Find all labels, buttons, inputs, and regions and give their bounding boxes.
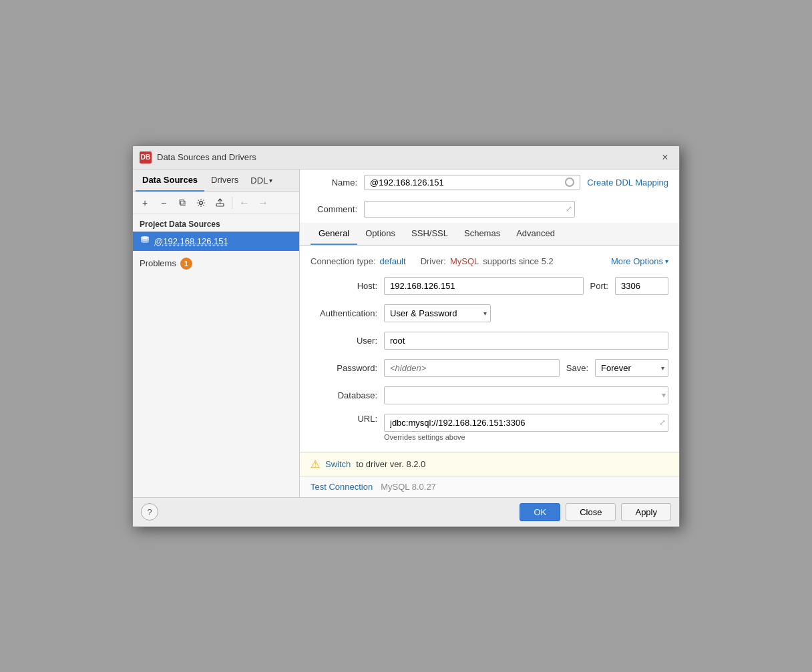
tab-options[interactable]: Options: [357, 223, 403, 245]
port-field[interactable]: [615, 277, 668, 295]
svg-point-0: [200, 201, 203, 204]
comment-row: Comment: ⤢: [300, 196, 679, 223]
url-hint: Overrides settings above: [384, 433, 668, 441]
host-field[interactable]: [384, 277, 584, 295]
form-area: Connection type: default Driver: MySQL s…: [300, 246, 679, 452]
expand-icon[interactable]: ⤢: [566, 204, 572, 214]
driver-name[interactable]: MySQL: [450, 256, 479, 266]
database-input-wrap: ▾: [384, 386, 668, 404]
url-expand-icon[interactable]: ⤢: [659, 418, 666, 427]
right-panel: Name: Create DDL Mapping Comment: ⤢ Gene…: [300, 170, 679, 497]
comment-input-wrap: ⤢: [364, 201, 575, 218]
port-label: Port:: [590, 281, 608, 291]
dialog-footer: ? OK Close Apply: [133, 497, 679, 527]
conn-type-value[interactable]: default: [380, 256, 406, 266]
database-row: Database: ▾: [311, 386, 668, 404]
name-row: Name: Create DDL Mapping: [300, 170, 679, 196]
password-row: Password: Save: Forever Until restart Ne…: [311, 359, 668, 377]
window-title: Data Sources and Drivers: [157, 152, 256, 162]
dialog-body: Data Sources Drivers DDL ▾ + − ⧉: [133, 170, 679, 497]
datasource-name: @192.168.126.151: [154, 236, 228, 246]
ok-button[interactable]: OK: [520, 503, 560, 521]
conn-type-label: Connection type:: [311, 256, 376, 266]
data-sources-dialog: DB Data Sources and Drivers × Data Sourc…: [132, 145, 680, 527]
settings-button[interactable]: [193, 195, 209, 211]
tab-data-sources[interactable]: Data Sources: [136, 170, 204, 192]
tab-sshssl[interactable]: SSH/SSL: [403, 223, 456, 245]
auth-select[interactable]: User & Password No auth LDAP Kerberos: [384, 304, 491, 322]
url-label: URL:: [311, 414, 377, 424]
problems-label: Problems: [140, 258, 176, 268]
toolbar-separator: [232, 197, 232, 209]
copy-button[interactable]: ⧉: [174, 195, 190, 211]
datasource-item[interactable]: @192.168.126.151: [133, 232, 299, 251]
password-label: Password:: [311, 363, 377, 373]
title-bar: DB Data Sources and Drivers ×: [133, 146, 679, 170]
left-panel: Data Sources Drivers DDL ▾ + − ⧉: [133, 170, 300, 497]
driver-label: Driver:: [421, 256, 446, 266]
tab-general[interactable]: General: [311, 223, 357, 245]
add-button[interactable]: +: [137, 195, 153, 211]
driver-since: supports since 5.2: [483, 256, 554, 266]
url-row: URL: ⤢ Overrides settings above: [311, 414, 668, 441]
export-button[interactable]: [212, 195, 228, 211]
left-tabs: Data Sources Drivers DDL ▾: [133, 170, 299, 192]
problems-badge: 1: [180, 258, 192, 270]
database-expand-icon[interactable]: ▾: [662, 390, 666, 400]
more-options-link[interactable]: More Options ▾: [611, 256, 668, 266]
database-field[interactable]: [384, 386, 668, 404]
tab-schemas[interactable]: Schemas: [456, 223, 508, 245]
main-tabs: General Options SSH/SSL Schemas Advanced: [300, 223, 679, 246]
back-button[interactable]: ←: [236, 195, 252, 211]
auth-select-wrap: User & Password No auth LDAP Kerberos ▾: [384, 304, 491, 322]
banner-message: to driver ver. 8.2.0: [356, 459, 425, 469]
left-toolbar: + − ⧉ ← →: [133, 192, 299, 214]
password-field[interactable]: [384, 359, 560, 377]
close-button[interactable]: Close: [566, 503, 616, 521]
user-row: User:: [311, 332, 668, 350]
authentication-row: Authentication: User & Password No auth …: [311, 304, 668, 322]
save-select[interactable]: Forever Until restart Never: [595, 359, 668, 377]
database-label: Database:: [311, 390, 377, 400]
connection-type-row: Connection type: default Driver: MySQL s…: [311, 256, 668, 266]
test-version: MySQL 8.0.27: [381, 482, 436, 492]
name-input-wrap: [364, 175, 580, 190]
url-input-wrap: ⤢ Overrides settings above: [384, 414, 668, 441]
comment-field[interactable]: [364, 201, 575, 218]
tab-ddl[interactable]: DDL ▾: [245, 170, 278, 191]
user-label: User:: [311, 336, 377, 346]
app-icon: DB: [140, 151, 152, 163]
switch-link[interactable]: Switch: [325, 459, 351, 469]
radio-circle: [565, 178, 574, 187]
test-row: Test Connection MySQL 8.0.27: [300, 476, 679, 497]
section-label: Project Data Sources: [133, 214, 299, 232]
ddl-label: DDL: [250, 176, 268, 186]
tab-drivers[interactable]: Drivers: [204, 170, 245, 192]
name-label: Name:: [311, 178, 357, 188]
auth-label: Authentication:: [311, 308, 377, 318]
title-bar-left: DB Data Sources and Drivers: [140, 151, 256, 163]
save-label: Save:: [566, 363, 588, 373]
url-field[interactable]: [384, 414, 668, 432]
test-connection-link[interactable]: Test Connection: [311, 482, 373, 492]
apply-button[interactable]: Apply: [621, 503, 671, 521]
tab-advanced[interactable]: Advanced: [508, 223, 563, 245]
remove-button[interactable]: −: [156, 195, 172, 211]
window-close-button[interactable]: ×: [658, 150, 672, 165]
warning-banner: ⚠ Switch to driver ver. 8.2.0: [300, 452, 679, 476]
forward-button[interactable]: →: [255, 195, 271, 211]
datasource-icon: [140, 235, 150, 248]
more-options-chevron: ▾: [665, 258, 668, 265]
warning-icon: ⚠: [311, 458, 320, 470]
create-ddl-link[interactable]: Create DDL Mapping: [587, 178, 668, 188]
host-row: Host: Port:: [311, 277, 668, 295]
name-field[interactable]: [370, 178, 561, 188]
host-label: Host:: [311, 281, 377, 291]
save-select-wrap: Forever Until restart Never ▾: [595, 359, 668, 377]
comment-label: Comment:: [311, 204, 357, 214]
ddl-chevron-icon: ▾: [269, 177, 272, 184]
problems-section[interactable]: Problems 1: [133, 251, 299, 276]
user-field[interactable]: [384, 332, 668, 350]
svg-rect-1: [216, 204, 224, 206]
help-button[interactable]: ?: [141, 503, 158, 521]
